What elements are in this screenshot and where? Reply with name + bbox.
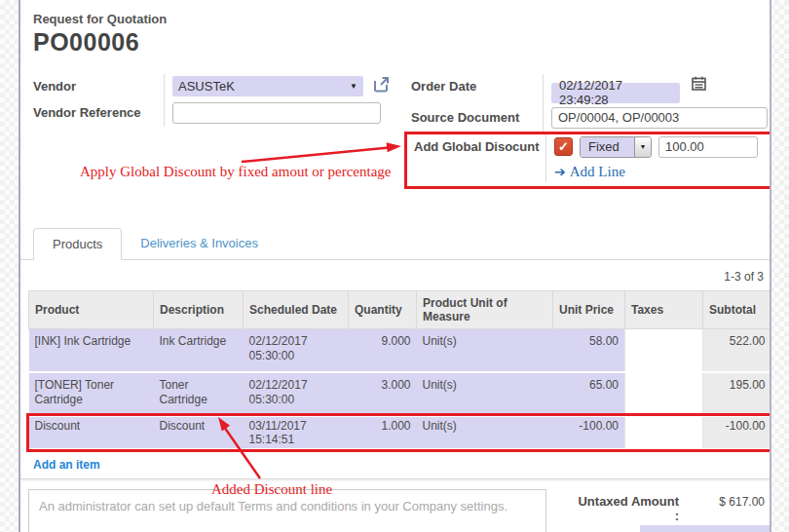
col-quantity: Quantity	[349, 290, 417, 328]
tab-bar: Products Deliveries & Invoices	[20, 228, 770, 260]
add-line-arrow-icon: ➔	[554, 165, 566, 179]
add-line-row: ➔Add Line	[407, 161, 771, 182]
table-row-ink[interactable]: [INK] Ink Cartridge Ink Cartridge 02/12/…	[29, 328, 771, 372]
calendar-icon[interactable]	[692, 76, 706, 95]
annotation-discount-line: Added Discount line	[211, 481, 332, 498]
vendor-row: Vendor ASUSTeK ▼	[33, 74, 398, 100]
global-discount-checkbox[interactable]: ✓	[554, 137, 573, 156]
terms-note-text: An administrator can set up default Term…	[39, 499, 507, 513]
vendor-reference-input[interactable]	[172, 102, 381, 124]
pager: 1-3 of 3	[20, 270, 764, 284]
vendor-reference-label: Vendor Reference	[33, 100, 164, 120]
vendor-reference-row: Vendor Reference	[33, 100, 398, 127]
global-discount-row: Add Global Disocunt ✓ Fixed ▼	[407, 134, 771, 161]
select-arrow-icon: ▼	[634, 137, 651, 157]
discount-amount-input[interactable]	[658, 136, 758, 158]
source-document-row: Source Document	[404, 105, 770, 132]
discount-type-value: Fixed	[581, 137, 634, 157]
order-date-row: Order Date 02/12/2017 23:49:28	[404, 74, 770, 105]
table-header-row: Product Description Scheduled Date Quant…	[29, 290, 771, 328]
col-uom: Product Unit of Measure	[417, 290, 553, 328]
untaxed-amount-value: $ 617.00	[679, 495, 765, 509]
discount-type-select[interactable]: Fixed ▼	[580, 136, 652, 158]
order-date-value: 02/12/2017 23:49:28	[559, 78, 672, 107]
add-item-link[interactable]: Add an item	[33, 458, 100, 472]
highlighted-field-strip	[640, 525, 771, 532]
col-description: Description	[154, 290, 244, 328]
right-field-group: Order Date 02/12/2017 23:49:28 Source Do…	[404, 74, 770, 189]
checkmark-icon: ✓	[558, 139, 569, 154]
col-unit-price: Unit Price	[553, 290, 625, 328]
table-row-toner[interactable]: [TONER] Toner Cartridge Toner Cartridge …	[29, 372, 771, 416]
annotation-global-discount: Apply Global Discount by fixed amout or …	[80, 164, 392, 180]
tab-products[interactable]: Products	[33, 228, 122, 260]
untaxed-amount-label: Untaxed Amount :	[578, 494, 679, 523]
untaxed-amount-row: Untaxed Amount : $ 617.00	[578, 494, 765, 523]
form-sheet: Request for Quotation PO00006 Vendor ASU…	[19, 0, 771, 532]
external-link-icon[interactable]	[373, 76, 390, 96]
global-discount-annotation-box: Add Global Disocunt ✓ Fixed ▼	[404, 132, 771, 189]
chevron-down-icon: ▼	[350, 82, 357, 91]
page-title: PO00006	[33, 28, 770, 57]
col-product: Product	[29, 290, 154, 328]
order-date-input[interactable]: 02/12/2017 23:49:28	[551, 83, 680, 103]
col-scheduled-date: Scheduled Date	[244, 290, 349, 328]
vendor-value: ASUSTeK	[178, 79, 235, 94]
document-type-label: Request for Quotation	[33, 12, 770, 26]
add-line-label: Add Line	[570, 164, 625, 179]
col-subtotal: Subtotal	[703, 290, 771, 328]
section-divider	[20, 478, 770, 481]
table-row-discount[interactable]: Discount Discount 03/11/2017 15:14:51 1.…	[29, 416, 771, 449]
order-date-label: Order Date	[404, 74, 543, 94]
global-discount-label: Add Global Disocunt	[407, 134, 545, 154]
col-taxes: Taxes	[625, 290, 703, 328]
add-line-link[interactable]: ➔Add Line	[554, 164, 625, 179]
source-document-input[interactable]	[551, 107, 768, 129]
tab-deliveries-invoices[interactable]: Deliveries & Invoices	[122, 228, 277, 260]
vendor-label: Vendor	[33, 74, 164, 94]
order-lines-table: Product Description Scheduled Date Quant…	[28, 290, 771, 451]
source-document-label: Source Document	[404, 105, 543, 125]
vendor-select[interactable]: ASUSTeK ▼	[172, 76, 363, 96]
